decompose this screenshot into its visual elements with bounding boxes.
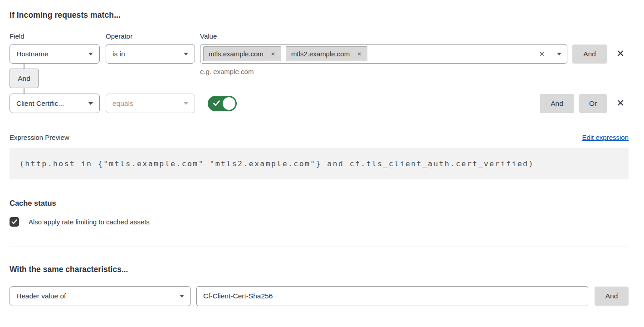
expression-preview-label: Expression Preview bbox=[10, 134, 69, 141]
tag-remove-icon[interactable]: ✕ bbox=[269, 50, 277, 58]
value-helper-text: e.g. example.com bbox=[200, 68, 254, 75]
value-box-controls: ✕ bbox=[539, 50, 561, 57]
value-tag: mtls.example.com ✕ bbox=[203, 46, 281, 61]
caret-down-icon bbox=[184, 53, 188, 55]
condition-connector: And e.g. example.com bbox=[10, 64, 629, 94]
operator-select-2: equals bbox=[106, 94, 195, 113]
value-tag-text: mtls2.example.com bbox=[291, 50, 350, 58]
cache-checkbox[interactable] bbox=[10, 217, 19, 227]
section-divider bbox=[10, 247, 629, 247]
value-tag: mtls2.example.com ✕ bbox=[286, 46, 367, 61]
operator-select-1-value: is in bbox=[112, 50, 125, 58]
toggle-knob bbox=[223, 97, 235, 110]
check-icon bbox=[11, 219, 17, 224]
rule-builder-page: If incoming requests match... Field Oper… bbox=[0, 0, 644, 306]
header-name-input[interactable] bbox=[196, 286, 588, 306]
cert-verified-toggle[interactable] bbox=[208, 96, 237, 111]
condition-row-1: Hostname is in mtls.example.com ✕ mtls2.… bbox=[10, 44, 629, 64]
add-and-condition-button-2[interactable]: And bbox=[540, 94, 574, 113]
operator-column-label: Operator bbox=[106, 32, 200, 40]
characteristics-title: With the same characteristics... bbox=[10, 265, 629, 274]
expression-code: (http.host in {"mtls.example.com" "mtls2… bbox=[20, 159, 534, 168]
check-icon bbox=[213, 100, 220, 106]
field-select-2[interactable]: Client Certific... bbox=[10, 94, 100, 113]
caret-down-icon bbox=[88, 53, 93, 55]
cache-status-title: Cache status bbox=[10, 199, 629, 208]
characteristic-select-value: Header value of bbox=[16, 292, 66, 300]
characteristic-select[interactable]: Header value of bbox=[10, 286, 191, 306]
cache-checkbox-row: Also apply rate limiting to cached asset… bbox=[10, 217, 629, 227]
cache-checkbox-label: Also apply rate limiting to cached asset… bbox=[29, 218, 150, 226]
value-multiselect-1[interactable]: mtls.example.com ✕ mtls2.example.com ✕ ✕ bbox=[200, 44, 567, 64]
tag-remove-icon[interactable]: ✕ bbox=[356, 50, 363, 58]
caret-down-icon bbox=[180, 295, 184, 297]
remove-condition-icon-1[interactable]: ✕ bbox=[612, 44, 629, 64]
field-select-1[interactable]: Hostname bbox=[10, 44, 100, 64]
add-characteristic-button[interactable]: And bbox=[595, 287, 629, 306]
caret-down-icon[interactable] bbox=[557, 53, 561, 55]
add-and-condition-button-1[interactable]: And bbox=[572, 45, 607, 64]
value-column-label: Value bbox=[200, 32, 217, 40]
field-select-1-value: Hostname bbox=[16, 50, 49, 58]
value-tag-text: mtls.example.com bbox=[209, 50, 263, 58]
characteristics-row: Header value of And bbox=[10, 286, 629, 306]
field-select-2-value: Client Certific... bbox=[16, 99, 64, 108]
value-tags: mtls.example.com ✕ mtls2.example.com ✕ bbox=[203, 46, 533, 61]
column-labels: Field Operator Value bbox=[10, 32, 629, 40]
expression-code-block: (http.host in {"mtls.example.com" "mtls2… bbox=[10, 148, 629, 179]
operator-select-1[interactable]: is in bbox=[106, 44, 195, 64]
condition-row-2: Client Certific... equals And Or ✕ bbox=[10, 94, 629, 113]
field-column-label: Field bbox=[10, 32, 106, 40]
edit-expression-link[interactable]: Edit expression bbox=[582, 134, 629, 141]
match-section-title: If incoming requests match... bbox=[10, 10, 629, 20]
caret-down-icon bbox=[184, 102, 188, 105]
connector-and-button[interactable]: And bbox=[10, 69, 39, 88]
expression-preview-header: Expression Preview Edit expression bbox=[10, 134, 629, 141]
add-or-condition-button-2[interactable]: Or bbox=[579, 94, 607, 113]
operator-select-2-value: equals bbox=[112, 99, 133, 108]
caret-down-icon bbox=[88, 102, 93, 105]
remove-condition-icon-2[interactable]: ✕ bbox=[612, 94, 629, 113]
clear-values-icon[interactable]: ✕ bbox=[539, 50, 545, 57]
